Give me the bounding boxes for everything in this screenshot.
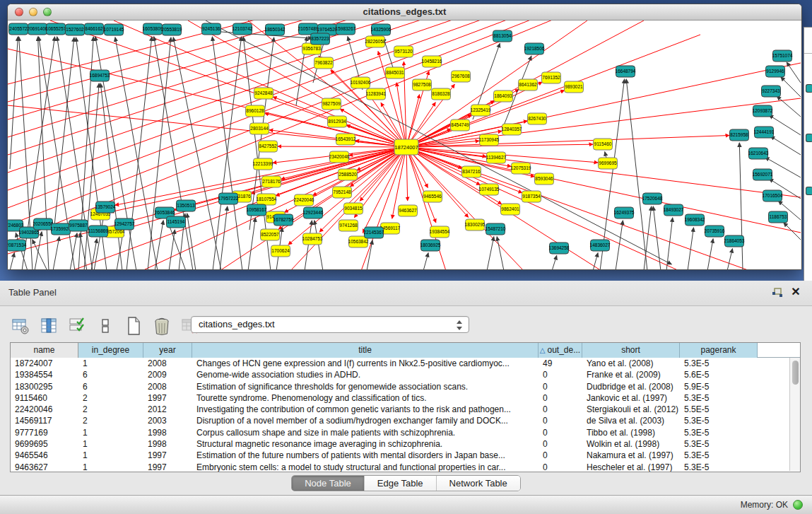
table-row[interactable]: 1456911722003Disruption of a novel membe… (11, 415, 789, 426)
graph-node[interactable]: 11394627 (486, 152, 507, 163)
graph-node[interactable]: 8267430 (528, 113, 547, 124)
graph-node[interactable]: 10192406 (351, 77, 371, 88)
tab-node-table[interactable]: Node Table (292, 476, 365, 491)
graph-node[interactable]: 12103742 (233, 23, 253, 35)
graph-node[interactable]: 15692071 (753, 169, 773, 180)
graph-node[interactable]: 9129946 (766, 66, 785, 77)
graph-node[interactable]: 9034815 (344, 203, 363, 214)
graph-node[interactable]: 20871534 (8, 240, 27, 251)
graph-node[interactable]: 8454749 (451, 119, 470, 131)
graph-node[interactable]: 8641362 (519, 79, 538, 90)
graph-node[interactable]: 28226058 (365, 36, 386, 47)
graph-node[interactable]: 1700624 (271, 245, 290, 257)
graph-node[interactable]: 9227343 (762, 86, 781, 97)
table-row[interactable]: 946554611997Estimation of the future num… (11, 450, 789, 461)
graph-node[interactable]: 16249375 (614, 207, 635, 218)
graph-node[interactable]: 12075319 (511, 163, 531, 174)
column-header-title[interactable]: title (192, 343, 539, 358)
table-row[interactable]: 977716911998Corpus callosum shape and si… (11, 427, 789, 438)
graph-node[interactable]: 16210643 (748, 148, 769, 159)
graph-node[interactable]: 20691406 (28, 23, 48, 35)
graph-node[interactable]: 8466162 (85, 23, 104, 35)
graph-node[interactable]: 2588520 (339, 169, 358, 180)
graph-node[interactable]: 16648794 (616, 66, 636, 77)
graph-node[interactable]: 1145194 (167, 216, 186, 228)
graph-node[interactable]: 8215958 (730, 129, 749, 141)
graph-node[interactable]: 10284753 (302, 233, 323, 245)
graph-node[interactable]: 7952148 (333, 187, 352, 198)
graph-node[interactable]: 8912934 (328, 116, 347, 127)
graph-node[interactable]: 8357223 (311, 33, 330, 45)
network-graph-canvas[interactable]: 9242848896012828031448427552122133992718… (8, 21, 801, 270)
graph-node[interactable]: 1186753 (769, 211, 788, 223)
graph-node[interactable]: 1527602 (66, 24, 85, 35)
tab-edge-table[interactable]: Edge Table (365, 476, 437, 491)
tab-network-table[interactable]: Network Table (437, 476, 520, 491)
graph-node[interactable]: 12840357 (502, 124, 522, 135)
graph-node[interactable]: 12923446 (303, 207, 324, 218)
graph-node[interactable]: 8960128 (246, 105, 265, 117)
column-header-short[interactable]: short (582, 343, 680, 358)
graph-node[interactable]: 7963822 (314, 57, 334, 69)
graph-node[interactable]: 18300295 (465, 219, 486, 230)
network-view-window[interactable]: citations_edges.txt 92428488960128280314… (7, 4, 802, 270)
graph-node[interactable]: 9975887 (69, 220, 88, 231)
table-row[interactable]: 1830029562008Estimation of significance … (11, 381, 789, 392)
column-header-in_degree[interactable]: in_degree (78, 343, 143, 358)
graph-node[interactable]: 15751074 (772, 50, 793, 62)
graph-node[interactable]: 14325906 (371, 24, 392, 35)
graph-node[interactable]: 13694258 (549, 243, 570, 254)
graph-node[interactable]: 9245136 (202, 23, 221, 35)
graph-node[interactable]: 19384554 (430, 226, 450, 238)
graph-node[interactable]: 2718176 (262, 176, 281, 187)
table-row[interactable]: 911546021997Tourette syndrome. Phenomeno… (11, 392, 789, 404)
table-row[interactable]: 1872400712008Changes of HCN gene express… (11, 358, 789, 369)
graph-node[interactable]: 9465546 (423, 191, 442, 202)
graph-node[interactable]: 10458216 (422, 56, 442, 67)
graph-node[interactable]: 1864093 (494, 90, 513, 102)
graph-node[interactable]: 1350513 (177, 200, 196, 211)
graph-node[interactable]: 2967608 (452, 71, 471, 82)
graph-node[interactable]: 9827509 (322, 98, 341, 110)
graph-node[interactable]: 18107554 (257, 194, 277, 205)
table-vertical-scrollbar[interactable] (789, 358, 800, 471)
graph-node[interactable]: 22420046 (294, 194, 314, 206)
graph-node[interactable]: 18650342 (265, 24, 286, 35)
graph-hub-node[interactable]: 18724007 (394, 139, 418, 155)
graph-node[interactable]: 23420046 (329, 151, 350, 163)
table-body[interactable]: 1872400712008Changes of HCN gene express… (11, 358, 789, 472)
graph-node[interactable]: 9463627 (399, 205, 418, 216)
graph-node[interactable]: 9242848 (254, 88, 273, 99)
graph-node[interactable]: 18493027 (664, 204, 684, 216)
table-row[interactable]: 2242004622012Investigating the contribut… (11, 404, 789, 415)
graph-node[interactable]: 21864053 (724, 235, 745, 247)
graph-node[interactable]: 2405572 (9, 23, 28, 35)
graph-node[interactable]: 16053809 (143, 23, 163, 35)
column-header-name[interactable]: name (11, 343, 78, 358)
graph-node[interactable]: 12325419 (471, 105, 491, 116)
graph-node[interactable]: 8813054 (493, 30, 512, 42)
graph-node[interactable]: 12213399 (253, 158, 273, 170)
graph-node[interactable]: 19608342 (685, 214, 705, 226)
graph-node[interactable]: 9115460 (594, 139, 613, 150)
graph-node[interactable]: 11156869 (88, 226, 108, 237)
graph-node[interactable]: 12942757 (114, 218, 135, 230)
float-panel-icon[interactable] (771, 286, 784, 299)
graph-node[interactable]: 12444191 (754, 127, 775, 138)
graph-node[interactable]: 9699695 (599, 158, 618, 169)
graph-node[interactable]: 9862401 (501, 204, 520, 215)
graph-node[interactable]: 17016504 (763, 190, 783, 201)
graph-node[interactable]: 9573120 (394, 46, 413, 57)
graph-node[interactable]: 14836027 (590, 240, 611, 251)
graph-node[interactable]: 17520648 (642, 193, 663, 204)
graph-node[interactable]: 10719145 (104, 24, 124, 35)
table-settings-icon[interactable] (10, 315, 31, 337)
graph-node[interactable]: 10655257 (46, 23, 66, 35)
close-panel-icon[interactable]: ✕ (789, 285, 802, 299)
graph-node[interactable]: 8593046 (535, 173, 554, 185)
graph-node[interactable]: 20735916 (705, 226, 725, 237)
graph-node[interactable]: 12093872 (753, 105, 773, 117)
table-row[interactable]: 1938455462009Genome-wide association stu… (11, 369, 789, 380)
graph-node[interactable]: 11730945 (479, 134, 500, 146)
graph-node[interactable]: 10749135 (479, 184, 500, 195)
